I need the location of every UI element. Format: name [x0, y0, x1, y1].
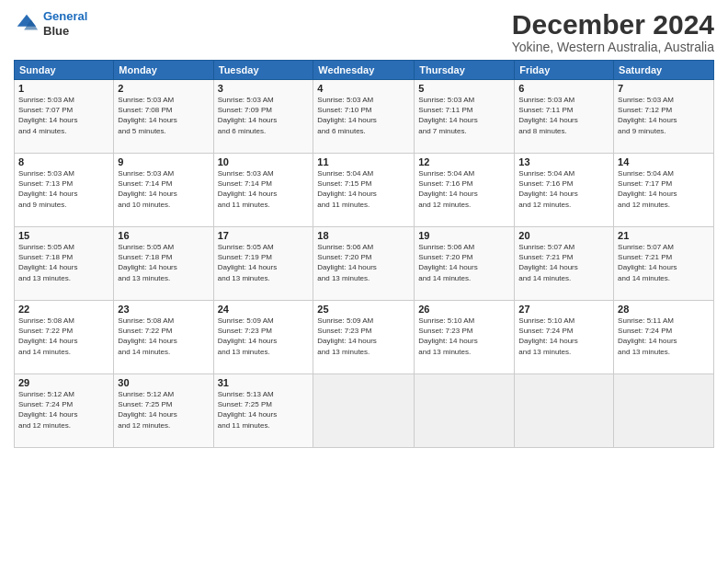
day-number: 27	[518, 304, 609, 315]
day-cell: 3Sunrise: 5:03 AMSunset: 7:09 PMDaylight…	[213, 80, 313, 154]
week-row-4: 22Sunrise: 5:08 AMSunset: 7:22 PMDayligh…	[15, 301, 714, 374]
day-cell: 30Sunrise: 5:12 AMSunset: 7:25 PMDayligh…	[114, 374, 213, 448]
day-info: Sunrise: 5:06 AMSunset: 7:20 PMDaylight:…	[317, 242, 410, 283]
day-info: Sunrise: 5:07 AMSunset: 7:21 PMDaylight:…	[618, 242, 710, 283]
day-info: Sunrise: 5:03 AMSunset: 7:11 PMDaylight:…	[418, 95, 510, 136]
day-info: Sunrise: 5:12 AMSunset: 7:25 PMDaylight:…	[118, 389, 209, 431]
week-row-2: 8Sunrise: 5:03 AMSunset: 7:13 PMDaylight…	[15, 154, 714, 227]
header-friday: Friday	[515, 61, 614, 80]
day-info: Sunrise: 5:03 AMSunset: 7:08 PMDaylight:…	[118, 95, 209, 136]
day-cell: 17Sunrise: 5:05 AMSunset: 7:19 PMDayligh…	[213, 227, 313, 301]
day-cell: 21Sunrise: 5:07 AMSunset: 7:21 PMDayligh…	[614, 227, 714, 301]
day-number: 11	[317, 156, 410, 167]
day-number: 22	[18, 304, 109, 315]
day-info: Sunrise: 5:06 AMSunset: 7:20 PMDaylight:…	[418, 242, 510, 283]
page-header: General Blue December 2024 Yokine, Weste…	[14, 9, 714, 54]
header-monday: Monday	[114, 61, 213, 80]
day-number: 21	[618, 230, 710, 241]
day-cell: 24Sunrise: 5:09 AMSunset: 7:23 PMDayligh…	[213, 301, 313, 374]
day-cell	[415, 374, 515, 448]
day-number: 13	[518, 156, 609, 167]
day-cell	[515, 374, 614, 448]
day-cell: 4Sunrise: 5:03 AMSunset: 7:10 PMDaylight…	[313, 80, 415, 154]
day-info: Sunrise: 5:11 AMSunset: 7:24 PMDaylight:…	[618, 316, 710, 357]
day-number: 6	[518, 83, 609, 94]
day-info: Sunrise: 5:08 AMSunset: 7:22 PMDaylight:…	[118, 316, 209, 357]
day-number: 9	[118, 156, 209, 167]
day-info: Sunrise: 5:10 AMSunset: 7:23 PMDaylight:…	[418, 316, 510, 357]
day-cell: 26Sunrise: 5:10 AMSunset: 7:23 PMDayligh…	[415, 301, 515, 374]
day-info: Sunrise: 5:03 AMSunset: 7:14 PMDaylight:…	[118, 168, 209, 210]
day-cell: 1Sunrise: 5:03 AMSunset: 7:07 PMDaylight…	[15, 80, 114, 154]
day-cell: 5Sunrise: 5:03 AMSunset: 7:11 PMDaylight…	[415, 80, 515, 154]
day-number: 7	[618, 83, 710, 94]
day-info: Sunrise: 5:12 AMSunset: 7:24 PMDaylight:…	[18, 389, 109, 431]
day-info: Sunrise: 5:03 AMSunset: 7:14 PMDaylight:…	[218, 168, 310, 210]
day-cell: 18Sunrise: 5:06 AMSunset: 7:20 PMDayligh…	[313, 227, 415, 301]
day-info: Sunrise: 5:09 AMSunset: 7:23 PMDaylight:…	[218, 316, 310, 357]
day-number: 16	[118, 230, 209, 241]
title-block: December 2024 Yokine, Western Australia,…	[512, 9, 714, 54]
day-number: 28	[618, 304, 710, 315]
day-info: Sunrise: 5:05 AMSunset: 7:18 PMDaylight:…	[18, 242, 109, 283]
day-number: 17	[218, 230, 310, 241]
day-info: Sunrise: 5:09 AMSunset: 7:23 PMDaylight:…	[317, 316, 410, 357]
day-info: Sunrise: 5:05 AMSunset: 7:18 PMDaylight:…	[118, 242, 209, 283]
day-number: 19	[418, 230, 510, 241]
day-number: 30	[118, 377, 209, 388]
day-number: 2	[118, 83, 209, 94]
calendar-table: Sunday Monday Tuesday Wednesday Thursday…	[14, 60, 714, 448]
day-cell: 10Sunrise: 5:03 AMSunset: 7:14 PMDayligh…	[213, 154, 313, 227]
day-number: 29	[18, 377, 109, 388]
day-number: 18	[317, 230, 410, 241]
header-wednesday: Wednesday	[313, 61, 415, 80]
day-cell: 29Sunrise: 5:12 AMSunset: 7:24 PMDayligh…	[15, 374, 114, 448]
day-number: 5	[418, 83, 510, 94]
day-info: Sunrise: 5:04 AMSunset: 7:15 PMDaylight:…	[317, 168, 410, 210]
day-cell: 11Sunrise: 5:04 AMSunset: 7:15 PMDayligh…	[313, 154, 415, 227]
day-cell: 27Sunrise: 5:10 AMSunset: 7:24 PMDayligh…	[515, 301, 614, 374]
day-info: Sunrise: 5:03 AMSunset: 7:13 PMDaylight:…	[18, 168, 109, 210]
day-number: 31	[218, 377, 310, 388]
day-info: Sunrise: 5:08 AMSunset: 7:22 PMDaylight:…	[18, 316, 109, 357]
day-info: Sunrise: 5:05 AMSunset: 7:19 PMDaylight:…	[218, 242, 310, 283]
day-cell	[313, 374, 415, 448]
day-number: 26	[418, 304, 510, 315]
day-info: Sunrise: 5:03 AMSunset: 7:12 PMDaylight:…	[618, 95, 710, 136]
day-number: 25	[317, 304, 410, 315]
day-number: 14	[618, 156, 710, 167]
day-info: Sunrise: 5:13 AMSunset: 7:25 PMDaylight:…	[218, 389, 310, 431]
day-info: Sunrise: 5:04 AMSunset: 7:16 PMDaylight:…	[518, 168, 609, 210]
day-info: Sunrise: 5:03 AMSunset: 7:10 PMDaylight:…	[317, 95, 410, 136]
day-cell: 8Sunrise: 5:03 AMSunset: 7:13 PMDaylight…	[15, 154, 114, 227]
day-number: 15	[18, 230, 109, 241]
week-row-1: 1Sunrise: 5:03 AMSunset: 7:07 PMDaylight…	[15, 80, 714, 154]
day-info: Sunrise: 5:10 AMSunset: 7:24 PMDaylight:…	[518, 316, 609, 357]
day-cell: 23Sunrise: 5:08 AMSunset: 7:22 PMDayligh…	[114, 301, 213, 374]
header-saturday: Saturday	[614, 61, 714, 80]
week-row-3: 15Sunrise: 5:05 AMSunset: 7:18 PMDayligh…	[15, 227, 714, 301]
week-row-5: 29Sunrise: 5:12 AMSunset: 7:24 PMDayligh…	[15, 374, 714, 448]
day-info: Sunrise: 5:04 AMSunset: 7:16 PMDaylight:…	[418, 168, 510, 210]
day-info: Sunrise: 5:03 AMSunset: 7:11 PMDaylight:…	[518, 95, 609, 136]
day-cell: 19Sunrise: 5:06 AMSunset: 7:20 PMDayligh…	[415, 227, 515, 301]
day-number: 23	[118, 304, 209, 315]
weekday-header-row: Sunday Monday Tuesday Wednesday Thursday…	[15, 61, 714, 80]
logo: General Blue	[14, 9, 87, 38]
logo-icon	[14, 11, 40, 37]
day-cell: 13Sunrise: 5:04 AMSunset: 7:16 PMDayligh…	[515, 154, 614, 227]
day-number: 24	[218, 304, 310, 315]
day-number: 3	[218, 83, 310, 94]
day-info: Sunrise: 5:03 AMSunset: 7:07 PMDaylight:…	[18, 95, 109, 136]
header-sunday: Sunday	[15, 61, 114, 80]
day-number: 20	[518, 230, 609, 241]
header-thursday: Thursday	[415, 61, 515, 80]
header-tuesday: Tuesday	[213, 61, 313, 80]
day-cell: 16Sunrise: 5:05 AMSunset: 7:18 PMDayligh…	[114, 227, 213, 301]
day-cell	[614, 374, 714, 448]
day-info: Sunrise: 5:03 AMSunset: 7:09 PMDaylight:…	[218, 95, 310, 136]
day-cell: 25Sunrise: 5:09 AMSunset: 7:23 PMDayligh…	[313, 301, 415, 374]
logo-text: General Blue	[43, 9, 87, 38]
day-info: Sunrise: 5:07 AMSunset: 7:21 PMDaylight:…	[518, 242, 609, 283]
day-number: 1	[18, 83, 109, 94]
